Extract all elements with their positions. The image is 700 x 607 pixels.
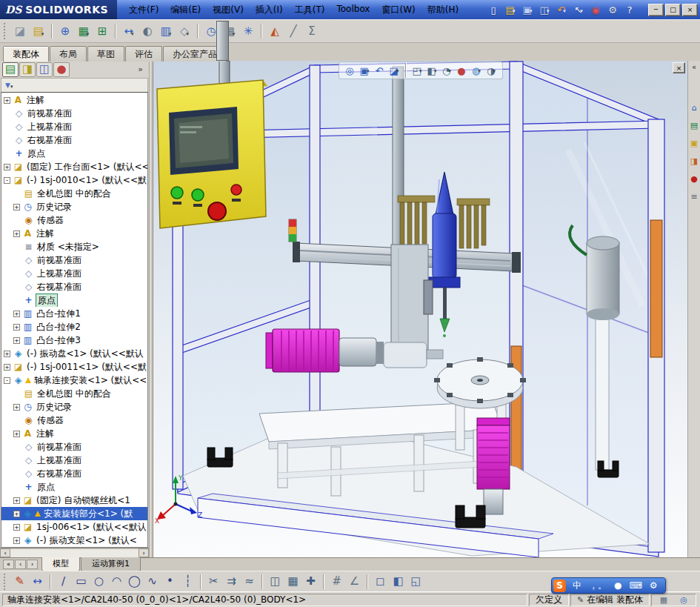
tree-expander[interactable]: + — [13, 311, 20, 317]
single-viewport-icon[interactable]: ◻ — [372, 574, 389, 590]
insert-components-icon[interactable]: ▤▾ — [30, 22, 47, 40]
menu-item[interactable]: 帮助(H) — [421, 1, 464, 19]
previous-view-icon[interactable]: ↶ — [373, 64, 387, 77]
centerline-icon[interactable]: ┆ — [179, 574, 196, 590]
snap-icon[interactable]: ∠ — [346, 574, 363, 590]
model-tab[interactable]: 运动算例1 — [81, 557, 141, 571]
close-button[interactable]: × — [682, 4, 698, 16]
tree-item[interactable]: ◇前视基准面 — [1, 253, 147, 267]
tree-item[interactable]: +原点 — [1, 293, 147, 307]
save-icon[interactable]: ▣▾ — [519, 2, 536, 17]
tree-item[interactable]: +◈安装旋转部分<1> (默 — [1, 507, 147, 520]
tree-item[interactable]: +A注解 — [1, 93, 147, 107]
move-component-icon[interactable]: ↔▾ — [120, 22, 138, 40]
ime-keyboard-icon[interactable]: ⌨ — [628, 580, 642, 592]
tree-expander[interactable]: + — [13, 537, 20, 544]
file-explorer-icon[interactable]: ▣ — [689, 138, 700, 149]
convert-entities-icon[interactable]: ⇉ — [223, 574, 240, 590]
show-hidden-components-icon[interactable]: ◐ — [139, 22, 156, 40]
mate-icon[interactable]: ⊕ — [56, 22, 74, 40]
smart-fasteners-icon[interactable]: ⊞ — [93, 22, 111, 40]
arc-icon[interactable]: ◠ — [108, 574, 125, 590]
view-settings-icon[interactable]: ◑▾ — [484, 64, 499, 77]
sketch-icon[interactable]: ✎ — [11, 574, 28, 590]
tree-expander[interactable]: - — [4, 377, 10, 384]
ime-punctuation-icon[interactable]: ，。 — [588, 580, 607, 592]
grid-settings-icon[interactable]: # — [328, 574, 345, 590]
model-tab-scroll-left-icon[interactable]: ‹ — [15, 560, 26, 569]
model-tab-scroll-first-icon[interactable]: « — [3, 560, 14, 569]
tree-item[interactable]: +原点 — [1, 147, 147, 160]
tree-item[interactable]: ◇上视基准面 — [1, 120, 147, 133]
four-viewport-icon[interactable]: ◱ — [407, 574, 424, 590]
tree-item[interactable]: +◈(-) 振动支架<1> (默认< — [1, 534, 147, 547]
model-tab-scroll-right-icon[interactable]: › — [27, 560, 38, 569]
menu-item[interactable]: 插入(I) — [250, 1, 289, 19]
exploded-view-icon[interactable]: ✳ — [239, 22, 257, 40]
tree-item[interactable]: +A注解 — [1, 427, 147, 440]
tree-item[interactable]: -◈轴承连接安装<1> (默认<< — [1, 374, 147, 387]
tree-item[interactable]: +▥凸台-拉伸2 — [1, 320, 147, 334]
toolbar-grip[interactable] — [4, 574, 7, 590]
custom-properties-icon[interactable]: ≡ — [689, 191, 700, 202]
view-orientation-icon[interactable]: ◰▾ — [410, 64, 424, 77]
tree-item[interactable]: ◇右视基准面 — [1, 280, 147, 293]
menu-item[interactable]: 编辑(E) — [164, 1, 207, 19]
section-view-icon[interactable]: ◪▾ — [387, 64, 401, 77]
featuremanager-tree-tab[interactable]: ▤ — [2, 62, 19, 77]
zoom-to-fit-icon[interactable]: ◎ — [343, 64, 357, 77]
linear-sketch-pattern-icon[interactable]: ▦ — [284, 574, 301, 590]
menu-item[interactable]: Toolbox — [330, 1, 376, 19]
select-icon[interactable]: ↖▾ — [570, 2, 587, 17]
tree-item[interactable]: +◪1sj-006<1> (默认<<默认 — [1, 520, 147, 534]
options-icon[interactable]: ⚙ — [604, 2, 621, 17]
tree-expander[interactable]: + — [4, 97, 10, 104]
tree-expander[interactable]: + — [13, 230, 20, 237]
ime-mode-chinese[interactable]: 中 — [572, 580, 582, 592]
collapse-taskpane-button[interactable]: « — [692, 63, 696, 71]
tree-horizontal-scrollbar[interactable]: ‹ › — [0, 548, 149, 557]
displaymanager-tab[interactable]: ● — [53, 62, 70, 77]
tree-item[interactable]: +◷历史记录 — [1, 200, 147, 213]
tree-expander[interactable]: + — [4, 164, 10, 170]
linear-component-pattern-icon[interactable]: ▦▾ — [75, 22, 93, 40]
tree-item[interactable]: ◇上视基准面 — [1, 454, 147, 467]
close-document-button[interactable]: × — [673, 62, 685, 73]
rebuild-icon[interactable]: ◉ — [587, 2, 604, 17]
interference-detection-icon[interactable]: ◭ — [266, 22, 284, 40]
tree-item[interactable]: +原点 — [1, 480, 147, 494]
tree-hscroll-track[interactable] — [10, 548, 139, 557]
panel-overflow-button[interactable]: » — [134, 64, 147, 74]
undo-icon[interactable]: ↶▾ — [553, 2, 570, 17]
point-icon[interactable]: • — [161, 574, 179, 590]
measure-icon[interactable]: ╱ — [284, 22, 302, 40]
tree-item[interactable]: ◉传感器 — [1, 414, 147, 427]
tree-expander[interactable]: + — [4, 351, 10, 357]
apply-scene-icon[interactable]: ◍▾ — [470, 64, 484, 77]
minimize-button[interactable]: ─ — [648, 4, 664, 16]
smart-dimension-icon[interactable]: ↔ — [29, 574, 46, 590]
ellipse-icon[interactable]: ◯ — [126, 574, 143, 590]
model-tab[interactable]: 模型 — [41, 557, 80, 571]
tree-item[interactable]: ≡材质 <未指定> — [1, 240, 147, 253]
tree-expander[interactable]: - — [4, 177, 10, 184]
command-tab[interactable]: 布局 — [50, 46, 87, 62]
circle-icon[interactable]: ○ — [90, 574, 107, 590]
tree-expander[interactable]: + — [13, 431, 20, 437]
ime-logo[interactable]: S — [553, 580, 566, 592]
tree-item[interactable]: -◪(-) 1sj-0010<1> (默认<<默 — [1, 173, 147, 187]
edit-component-icon[interactable]: ◪ — [11, 22, 29, 40]
tree-expander[interactable]: + — [4, 364, 10, 371]
command-tab[interactable]: 装配体 — [3, 46, 49, 62]
zoom-to-area-icon[interactable]: ▣▾ — [358, 64, 372, 77]
tree-item[interactable]: +▥凸台-拉伸3 — [1, 334, 147, 347]
tree-item[interactable]: +◪(-) 1sj-0011<1> (默认<<默 — [1, 360, 147, 374]
tree-item[interactable]: ◇右视基准面 — [1, 133, 147, 147]
reference-geometry-icon[interactable]: ◇▾ — [176, 22, 193, 40]
tree-hscroll-right-button[interactable]: › — [139, 548, 149, 557]
configurationmanager-tab[interactable]: ◫ — [36, 62, 53, 77]
tree-expander[interactable]: + — [13, 404, 20, 411]
command-tab[interactable]: 评估 — [125, 46, 162, 62]
tree-expander[interactable]: + — [13, 524, 20, 531]
help-icon[interactable]: ? — [621, 2, 638, 17]
